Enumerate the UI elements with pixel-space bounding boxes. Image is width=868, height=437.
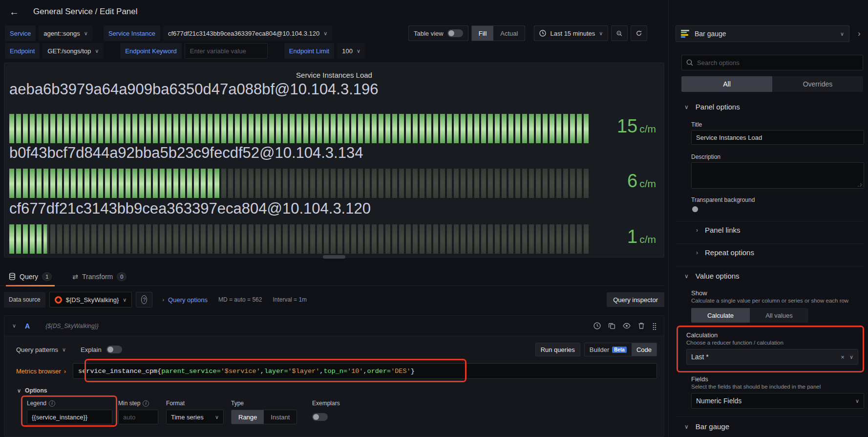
collapse-pane-button[interactable]: › (852, 25, 866, 42)
fill-segment[interactable]: Fill (472, 26, 494, 41)
query-row-header: ∨ A {${DS_SkyWalking}} ⣿ (4, 316, 664, 336)
panel-description-textarea[interactable] (691, 162, 864, 189)
repeat-options-header[interactable]: › Repeat options (696, 248, 754, 257)
editor-tabs: Query 1 ⇄ Transform 0 (0, 267, 664, 286)
description-field-label: Description (691, 153, 720, 160)
fields-description: Select the fields that should be include… (691, 384, 821, 390)
metrics-browser-button[interactable]: Metrics browser (16, 368, 61, 375)
min-step-input[interactable]: auto (118, 410, 158, 424)
panel-options-header[interactable]: ∨ Panel options (684, 103, 740, 111)
time-range-picker[interactable]: Last 15 minutes ∨ (534, 25, 608, 41)
table-view-group: Table view (408, 25, 468, 41)
history-icon[interactable] (593, 322, 601, 329)
bar-lit-fill (9, 114, 589, 143)
type-range-segment[interactable]: Range (232, 410, 264, 424)
service-variable-picker[interactable]: agent::songs∨ (39, 25, 93, 41)
format-field: Format Time series∨ (166, 400, 224, 424)
builder-segment[interactable]: Builder Beta (585, 343, 632, 356)
query-options-link[interactable]: Query options (168, 296, 208, 304)
format-select[interactable]: Time series∨ (166, 410, 224, 424)
tab-transform[interactable]: ⇄ Transform 0 (67, 267, 131, 286)
panel-resize-handle[interactable] (323, 255, 345, 259)
info-icon: i (143, 400, 149, 407)
chevron-down-icon: ∨ (95, 48, 99, 54)
time-range-label: Last 15 minutes (550, 30, 595, 37)
endpoint-keyword-input[interactable]: Enter variable value (185, 43, 268, 59)
chevron-down-icon: ∨ (62, 347, 66, 353)
drag-grip-icon[interactable]: ⣿ (652, 322, 657, 330)
max-datapoints-stat: MD = auto = 562 (218, 296, 262, 303)
calculation-select[interactable]: Last * × ∨ (686, 349, 858, 365)
type-segment: Range Instant (231, 410, 297, 424)
beta-badge: Beta (612, 347, 627, 353)
calculate-segment[interactable]: Calculate (691, 308, 750, 323)
type-instant-segment[interactable]: Instant (264, 410, 296, 424)
question-icon: ? (141, 295, 147, 304)
query-datasource-ref: {${DS_SkyWalking}} (45, 323, 99, 329)
info-icon: i (49, 400, 55, 407)
transform-icon: ⇄ (72, 273, 78, 281)
promql-query-input[interactable]: service_instance_cpm{parent_service='$se… (73, 363, 657, 379)
zoom-out-icon (616, 30, 622, 37)
database-icon (9, 273, 16, 280)
calculation-label: Calculation (686, 331, 718, 339)
tab-overrides[interactable]: Overrides (772, 76, 863, 92)
bar-lit-fill (9, 169, 219, 198)
query-patterns-button[interactable]: Query patterns (16, 346, 58, 353)
tab-query[interactable]: Query 1 (4, 267, 57, 286)
endpoint-variable-picker[interactable]: GET:/songs/top∨ (42, 43, 104, 59)
refresh-button[interactable] (631, 25, 647, 41)
bar-gauge-section-header[interactable]: ∨ Bar gauge (684, 422, 729, 431)
query-inspector-button[interactable]: Query inspector (607, 292, 664, 307)
chevron-down-icon: ∨ (357, 48, 360, 54)
bar-gauge-row (9, 114, 589, 143)
back-arrow-icon[interactable]: ← (6, 3, 22, 20)
options-section-header[interactable]: ∨ Options (17, 387, 47, 394)
bar-gauge-viz-icon (681, 30, 690, 38)
panel-links-header[interactable]: › Panel links (696, 226, 741, 234)
chevron-down-icon: ∨ (84, 30, 88, 37)
fields-select[interactable]: Numeric Fields ∨ (691, 393, 864, 409)
all-values-segment[interactable]: All values (750, 308, 808, 323)
variable-row-2: Endpoint GET:/songs/top∨ Endpoint Keywor… (5, 43, 365, 59)
eye-icon[interactable] (623, 322, 631, 329)
instance-variable-label: Service Instance (104, 25, 160, 41)
code-segment[interactable]: Code (632, 343, 656, 356)
zoom-out-button[interactable] (611, 25, 628, 41)
legend-input[interactable]: {{service_instance}} (27, 410, 112, 424)
chevron-down-icon: ∨ (323, 30, 327, 37)
clear-icon[interactable]: × (841, 353, 845, 361)
actual-segment[interactable]: Actual (493, 26, 525, 41)
value-options-header[interactable]: ∨ Value options (684, 272, 740, 280)
metrics-browser-row: Metrics browser › service_instance_cpm{p… (16, 363, 657, 379)
query-toolbar-row: Query patterns ∨ Explain Run queries Bui… (16, 342, 657, 357)
query-count-badge: 1 (42, 272, 52, 281)
visualization-picker[interactable]: Bar gauge ∨ (676, 25, 849, 42)
resize-handle-icon[interactable] (858, 182, 862, 187)
datasource-row: Data source ${DS_SkyWalking} ∨ ? › Query… (4, 292, 664, 307)
instance-variable-picker[interactable]: cf677df21c3143bb9cea363397eca804@10.104.… (163, 25, 332, 41)
copy-icon[interactable] (608, 322, 615, 329)
datasource-picker[interactable]: ${DS_SkyWalking} ∨ (49, 292, 132, 307)
type-field: Type Range Instant (231, 400, 297, 424)
show-label: Show (691, 289, 707, 297)
explain-toggle[interactable] (106, 346, 122, 353)
collapse-chevron-icon: ∨ (684, 104, 689, 110)
endpoint-limit-picker[interactable]: 100∨ (337, 43, 365, 59)
panel-title-input[interactable]: Service Instances Load (691, 130, 864, 145)
min-step-field: Min stepi auto (118, 400, 158, 424)
visualization-name: Bar gauge (695, 30, 726, 38)
transparent-bg-label: Transparent background (691, 197, 755, 203)
builder-code-segment: Builder Beta Code (584, 343, 657, 356)
table-view-toggle[interactable] (447, 29, 463, 37)
options-search-box[interactable]: Search options (681, 55, 863, 70)
divider (676, 243, 863, 244)
datasource-help-button[interactable]: ? (136, 292, 152, 307)
service-variable-label: Service (5, 25, 36, 41)
trash-icon[interactable] (638, 322, 645, 329)
tab-all[interactable]: All (681, 76, 772, 92)
exemplars-toggle[interactable] (312, 413, 328, 421)
run-queries-button[interactable]: Run queries (535, 343, 580, 356)
transform-count-badge: 0 (117, 272, 127, 281)
collapse-chevron-icon[interactable]: ∨ (12, 323, 16, 329)
